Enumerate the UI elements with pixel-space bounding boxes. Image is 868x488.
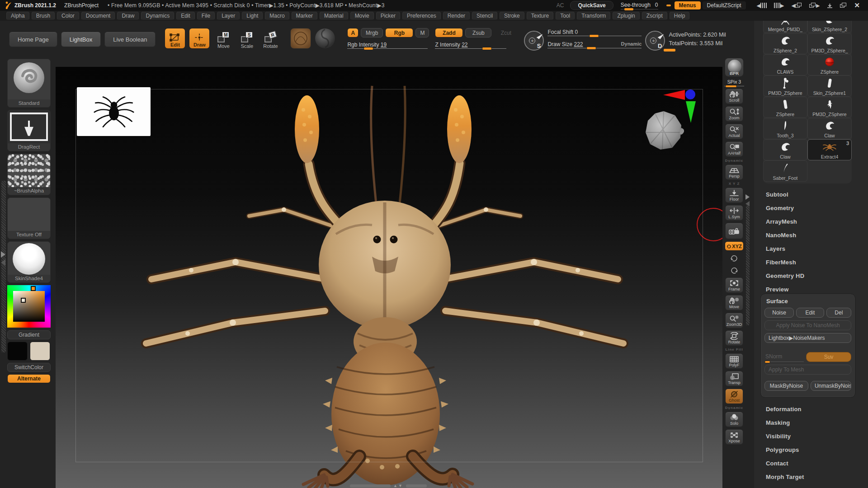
spix-slider[interactable]: SPix 3 <box>724 79 744 86</box>
shelf-slider-handle[interactable] <box>666 5 671 6</box>
edit-mode-button[interactable]: Edit <box>165 28 185 49</box>
see-through-handle[interactable] <box>624 8 633 10</box>
tool-thumbnail[interactable]: CLAWS <box>763 54 807 75</box>
menu-preferences[interactable]: Preferences <box>402 12 441 20</box>
rotate-z-icon[interactable] <box>727 265 741 275</box>
alternate-button[interactable]: Alternate <box>7 374 51 383</box>
quicksave-button[interactable]: QuickSave <box>570 1 613 10</box>
stroke-selector-icon[interactable]: +S <box>524 31 544 51</box>
tool-thumbnail[interactable]: Saber_Foot <box>763 160 807 182</box>
menu-texture[interactable]: Texture <box>527 12 553 20</box>
home-page-button[interactable]: Home Page <box>9 32 57 47</box>
tool-thumbnail[interactable]: PM3D_ZSphere <box>763 75 807 97</box>
aahalf-button[interactable]: AAHalf <box>725 141 743 157</box>
menus-button[interactable]: Menus <box>675 1 701 9</box>
see-through-slider[interactable]: See-through0 <box>621 2 658 9</box>
draw-mode-button[interactable]: Draw <box>189 28 210 49</box>
section-deformation[interactable]: Deformation <box>754 402 868 416</box>
gradient-button[interactable]: Gradient <box>7 330 51 339</box>
apply-to-mesh-button[interactable]: Apply To Mesh <box>764 365 851 375</box>
frame-button[interactable]: Frame <box>725 277 743 293</box>
floor-button[interactable]: Floor <box>725 188 743 203</box>
z-intensity-handle[interactable] <box>482 47 492 50</box>
menu-color[interactable]: Color <box>57 12 79 20</box>
tool-thumbnail[interactable]: Claw <box>807 118 852 139</box>
actual-size-button[interactable]: Actual <box>725 124 743 139</box>
menu-light[interactable]: Light <box>242 12 263 20</box>
focal-shift-handle[interactable] <box>589 34 599 38</box>
section-arraymesh[interactable]: ArrayMesh <box>754 215 868 228</box>
unmask-by-noise-button[interactable]: UnmaskByNoise <box>811 381 851 391</box>
camera-lock-button[interactable] <box>725 223 743 239</box>
tool-thumbnail[interactable]: ZSphere_2 <box>763 33 807 54</box>
alpha-thumbnail[interactable]: ~BrushAlpha <box>7 154 51 195</box>
transparency-button[interactable]: Transp <box>725 371 743 386</box>
windows-forward-icon[interactable]: ▶ <box>809 3 820 9</box>
viewport-canvas[interactable]: ▲▼ <box>56 67 722 488</box>
menu-movie[interactable]: Movie <box>350 12 374 20</box>
section-geometry[interactable]: Geometry <box>754 201 868 215</box>
surface-title[interactable]: Surface <box>766 298 851 305</box>
menu-render[interactable]: Render <box>443 12 470 20</box>
zadd-button[interactable]: Zadd <box>435 28 463 38</box>
section-geometry-hd[interactable]: Geometry HD <box>754 269 868 282</box>
ghost-button[interactable]: Ghost <box>725 389 743 404</box>
stroke-thumbnail[interactable]: DragRect <box>7 110 51 151</box>
brush-thumbnail[interactable]: Standard <box>7 59 51 108</box>
solo-button[interactable]: Solo <box>725 412 743 427</box>
menu-material[interactable]: Material <box>320 12 348 20</box>
dynamic-label[interactable]: Dynamic <box>621 41 642 47</box>
scrollbar-left-bar[interactable] <box>350 484 391 488</box>
canvas-scrollbar[interactable]: ▲▼ <box>350 483 427 488</box>
zoom-button[interactable]: Zoom <box>725 106 743 122</box>
move-mode-button[interactable]: M Move <box>213 28 233 49</box>
menu-picker[interactable]: Picker <box>376 12 400 20</box>
focal-shift-slider[interactable]: Focal Shift 0 <box>547 29 642 35</box>
dock-left-icon[interactable]: ◀ <box>757 3 767 9</box>
material-thumbnail[interactable]: SkinShade4 <box>7 241 51 283</box>
windows-back-icon[interactable]: ◀ <box>791 3 802 9</box>
section-contact[interactable]: Contact <box>754 456 868 470</box>
scrollbar-right-bar[interactable] <box>406 484 427 488</box>
section-layers[interactable]: Layers <box>754 242 868 255</box>
left-tray-scrollbar[interactable] <box>1 181 6 352</box>
draw-size-indicator-icon[interactable]: +D <box>645 31 665 51</box>
secondary-color-swatch[interactable] <box>30 342 50 361</box>
tool-thumbnail[interactable]: ZSphere <box>763 97 807 118</box>
section-masking[interactable]: Masking <box>754 416 868 429</box>
menu-marker[interactable]: Marker <box>292 12 317 20</box>
snorm-slider[interactable]: SNorm <box>764 352 804 362</box>
tool-thumbnail[interactable]: Tooth_3 <box>763 118 807 139</box>
menu-alpha[interactable]: Alpha <box>6 12 29 20</box>
switch-color-button[interactable]: SwitchColor <box>7 363 51 372</box>
mask-by-noise-button[interactable]: MaskByNoise <box>764 381 808 391</box>
menu-layer[interactable]: Layer <box>217 12 240 20</box>
scale-mode-button[interactable]: S Scale <box>237 28 257 49</box>
menu-help[interactable]: Help <box>670 12 690 20</box>
lightbox-button[interactable]: LightBox <box>61 32 101 47</box>
scroll-arrows-icon[interactable]: ▲▼ <box>393 483 403 488</box>
minimize-icon[interactable] <box>827 3 833 8</box>
current-brush-thumbnail[interactable] <box>290 28 311 49</box>
z-intensity-slider[interactable]: Z Intensity 22 <box>435 42 506 48</box>
menu-brush[interactable]: Brush <box>32 12 55 20</box>
apply-noise-nanomesh-button[interactable]: Apply Noise To NanoMesh <box>764 320 851 330</box>
main-color-swatch[interactable] <box>7 342 28 361</box>
persp-button[interactable]: Persp <box>725 164 743 180</box>
sv-cursor[interactable] <box>21 298 26 303</box>
rotate-mode-button[interactable]: R Rotate <box>260 28 280 49</box>
tool-thumbnail[interactable]: Claw <box>763 139 807 160</box>
hue-cursor[interactable] <box>31 286 36 291</box>
dock-right-icon[interactable]: ▶ <box>774 3 784 9</box>
rgb-intensity-handle[interactable] <box>363 47 373 50</box>
section-visibility[interactable]: Visibility <box>754 429 868 443</box>
spix-handle[interactable] <box>725 85 737 88</box>
shelf-scroll-handle[interactable] <box>664 49 675 52</box>
menu-stroke[interactable]: Stroke <box>500 12 524 20</box>
zcut-button[interactable]: Zcut <box>494 28 518 38</box>
restore-icon[interactable] <box>840 3 847 8</box>
alpha-toggle-button[interactable]: A <box>347 28 359 38</box>
section-morph-target[interactable]: Morph Target <box>754 470 868 483</box>
xyz-axis-button[interactable]: XYZ <box>725 241 744 251</box>
right-shelf-divider-arrows[interactable] <box>745 194 750 206</box>
